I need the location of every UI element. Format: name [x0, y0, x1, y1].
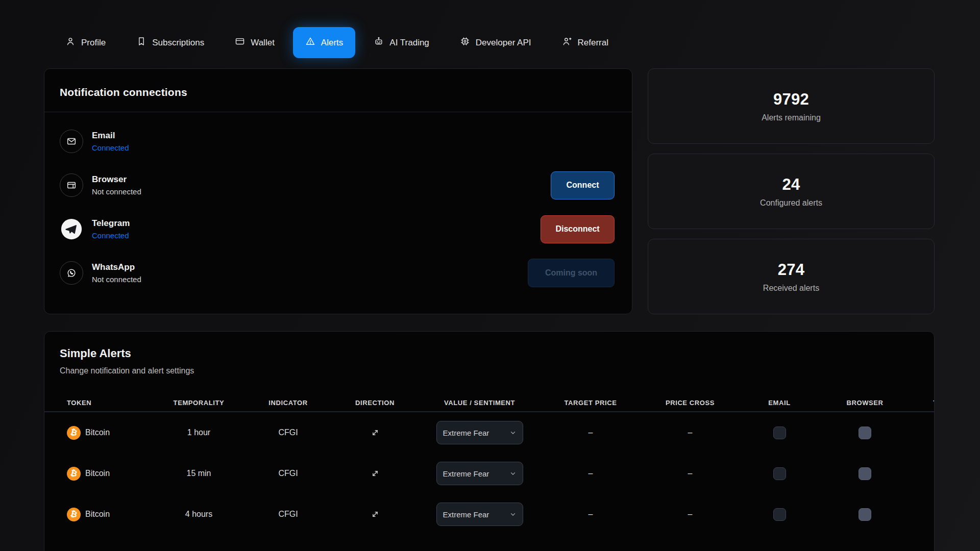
token-name: Bitcoin — [85, 469, 110, 478]
column-header-price-cross: PRICE CROSS — [639, 399, 741, 407]
chevron-down-icon — [509, 511, 517, 518]
column-header-temporality: TEMPORALITY — [154, 399, 243, 407]
temporality-value: 15 min — [154, 469, 243, 478]
tab-label: Subscriptions — [152, 38, 204, 48]
temporality-value: 4 hours — [154, 510, 243, 519]
browser-checkbox[interactable] — [859, 427, 871, 439]
stat-label: Received alerts — [763, 284, 819, 293]
connection-row-browser: Browser Not connected Connect — [60, 163, 617, 207]
column-header-value: VALUE / SENTIMENT — [417, 399, 542, 407]
connect-button[interactable]: Connect — [551, 171, 615, 199]
column-header-telegram: TELEGRAM — [912, 399, 935, 407]
connection-row-email: Email Connected — [60, 119, 617, 163]
panel-title: Simple Alerts — [60, 347, 919, 360]
connection-name: Telegram — [92, 218, 130, 229]
price-cross-value: – — [639, 510, 741, 519]
stat-received-alerts: 274 Received alerts — [648, 239, 935, 314]
connection-name: Browser — [92, 174, 141, 185]
indicator-value: CFGI — [243, 428, 333, 437]
tab-label: Wallet — [251, 38, 275, 48]
simple-alerts-panel: Simple Alerts Change notification and al… — [44, 331, 935, 551]
sentiment-selected-value: Extreme Fear — [443, 510, 507, 519]
stat-label: Alerts remaining — [762, 113, 821, 122]
stats-column: 9792 Alerts remaining 24 Configured aler… — [648, 68, 935, 314]
tab-developer-api[interactable]: Developer API — [448, 27, 544, 58]
stat-alerts-remaining: 9792 Alerts remaining — [648, 68, 935, 144]
bitcoin-icon: ₿ — [67, 426, 81, 440]
tab-label: Profile — [81, 38, 106, 48]
sentiment-select[interactable]: Extreme Fear — [436, 503, 523, 526]
tab-referral[interactable]: Referral — [550, 27, 621, 58]
direction-both-icon — [333, 468, 417, 479]
alerts-dashboard: Profile Subscriptions Wallet Alerts AI T… — [0, 0, 980, 551]
alerts-table: TOKEN TEMPORALITY INDICATOR DIRECTION VA… — [44, 394, 935, 535]
table-row: ₿ Bitcoin 4 hours CFGI Extreme Fear – – — [44, 494, 935, 535]
stat-label: Configured alerts — [760, 198, 822, 208]
panel-title: Notification connections — [60, 86, 617, 98]
connection-name: WhatsApp — [92, 262, 141, 272]
sentiment-selected-value: Extreme Fear — [443, 469, 507, 478]
tab-ai-trading[interactable]: AI Trading — [361, 27, 442, 58]
target-price-value: – — [542, 428, 639, 437]
target-price-value: – — [542, 510, 639, 519]
sentiment-select[interactable]: Extreme Fear — [436, 421, 523, 444]
tab-subscriptions[interactable]: Subscriptions — [124, 27, 216, 58]
price-cross-value: – — [639, 428, 741, 437]
email-checkbox[interactable] — [773, 508, 786, 521]
tab-label: Referral — [578, 38, 608, 48]
chevron-down-icon — [509, 470, 517, 477]
table-header-row: TOKEN TEMPORALITY INDICATOR DIRECTION VA… — [44, 394, 935, 411]
stat-configured-alerts: 24 Configured alerts — [648, 154, 935, 229]
column-header-direction: DIRECTION — [333, 399, 417, 407]
browser-icon — [60, 173, 83, 197]
table-row: ₿ Bitcoin 1 hour CFGI Extreme Fear – – — [44, 412, 935, 453]
email-checkbox[interactable] — [773, 467, 786, 480]
email-checkbox[interactable] — [773, 427, 786, 439]
column-header-browser: BROWSER — [818, 399, 912, 407]
target-price-value: – — [542, 469, 639, 478]
tab-profile[interactable]: Profile — [53, 27, 118, 58]
tab-alerts[interactable]: Alerts — [293, 27, 355, 58]
connection-status: Not connected — [92, 275, 141, 284]
direction-both-icon — [333, 509, 417, 519]
column-header-email: EMAIL — [741, 399, 818, 407]
stat-value: 24 — [782, 176, 800, 194]
price-cross-value: – — [639, 469, 741, 478]
alert-triangle-icon — [305, 36, 315, 49]
person-icon — [65, 36, 76, 49]
chip-icon — [460, 36, 470, 49]
whatsapp-icon — [60, 261, 83, 285]
robot-icon — [374, 36, 384, 49]
connection-status: Connected — [92, 231, 130, 240]
indicator-value: CFGI — [243, 510, 333, 519]
bitcoin-icon: ₿ — [67, 508, 81, 521]
sentiment-select[interactable]: Extreme Fear — [436, 462, 523, 485]
column-header-indicator: INDICATOR — [243, 399, 333, 407]
connection-row-whatsapp: WhatsApp Not connected Coming soon — [60, 251, 617, 295]
connection-status: Connected — [92, 143, 129, 152]
temporality-value: 1 hour — [154, 428, 243, 437]
direction-both-icon — [333, 428, 417, 438]
tab-label: Alerts — [321, 38, 343, 48]
email-icon — [60, 130, 83, 153]
tab-label: Developer API — [476, 38, 531, 48]
main-tabbar: Profile Subscriptions Wallet Alerts AI T… — [53, 27, 621, 58]
stat-value: 9792 — [773, 90, 809, 109]
coming-soon-button: Coming soon — [528, 259, 615, 287]
column-header-target-price: TARGET PRICE — [542, 399, 639, 407]
column-header-token: TOKEN — [60, 399, 154, 407]
table-row: ₿ Bitcoin 15 min CFGI Extreme Fear – – — [44, 453, 935, 494]
connection-name: Email — [92, 131, 129, 141]
telegram-icon — [60, 217, 83, 241]
disconnect-button[interactable]: Disconnect — [541, 215, 615, 243]
chevron-down-icon — [509, 429, 517, 436]
tab-wallet[interactable]: Wallet — [223, 27, 287, 58]
bitcoin-icon: ₿ — [67, 467, 81, 481]
panel-subtitle: Change notification and alert settings — [60, 366, 919, 375]
person-plus-icon — [562, 36, 572, 49]
browser-checkbox[interactable] — [859, 508, 871, 521]
browser-checkbox[interactable] — [859, 467, 871, 480]
token-name: Bitcoin — [85, 428, 110, 437]
indicator-value: CFGI — [243, 469, 333, 478]
wallet-card-icon — [235, 36, 245, 49]
